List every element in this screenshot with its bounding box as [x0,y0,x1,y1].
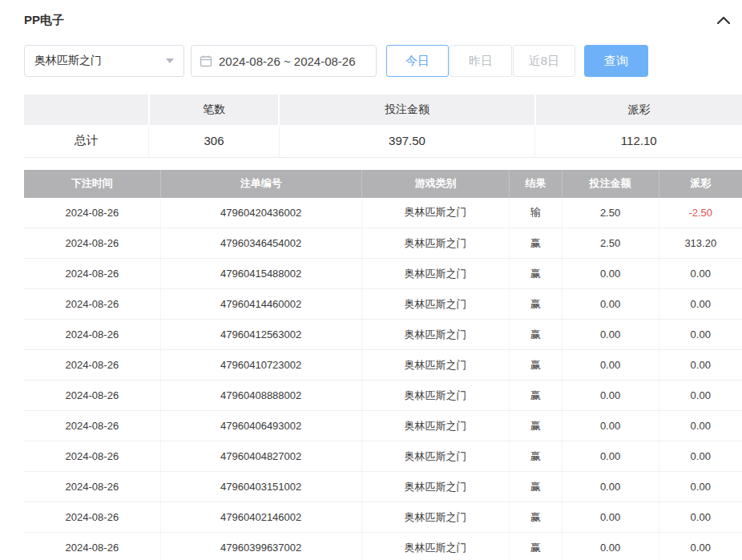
yesterday-button[interactable]: 昨日 [450,45,512,77]
header-payout: 派彩 [659,170,742,198]
cell-result: 赢 [510,411,562,441]
bets-header-row: 下注时间 注单编号 游戏类别 结果 投注金额 派彩 [24,170,742,198]
cell-bet-amount: 0.00 [562,533,659,560]
cell-result: 赢 [510,228,562,259]
cell-bet-time: 2024-08-26 [24,350,160,381]
cell-result: 赢 [510,320,562,350]
cell-bet-amount: 0.00 [562,411,659,441]
cell-bet-id: 47960402146002 [160,502,361,533]
summary-header-row: 笔数 投注金额 派彩 [24,95,742,125]
cell-payout: 0.00 [659,350,742,381]
table-row: 2024-08-2647960406493002奥林匹斯之门赢0.000.00 [24,411,742,441]
cell-bet-amount: 0.00 [562,289,659,320]
cell-bet-time: 2024-08-26 [24,198,160,228]
cell-result: 赢 [510,289,562,320]
cell-game-category: 奥林匹斯之门 [361,472,510,502]
header-bet-id: 注单编号 [160,170,361,198]
cell-bet-amount: 0.00 [562,472,659,502]
summary-total-row: 总计 306 397.50 112.10 [24,125,742,157]
cell-game-category: 奥林匹斯之门 [361,228,510,259]
summary-table: 笔数 投注金额 派彩 总计 306 397.50 112.10 [24,95,742,158]
cell-game-category: 奥林匹斯之门 [361,381,510,411]
cell-bet-id: 47960406493002 [160,411,361,441]
cell-game-category: 奥林匹斯之门 [361,502,510,533]
last-8-days-button[interactable]: 近8日 [513,45,575,77]
filter-bar: 奥林匹斯之门 2024-08-26 ~ 2024-08-26 今日 昨日 近8日… [24,45,742,77]
table-row: 2024-08-2647960410723002奥林匹斯之门赢0.000.00 [24,350,742,381]
cell-result: 赢 [510,533,562,560]
summary-header-blank [24,95,149,125]
table-row: 2024-08-2647960420436002奥林匹斯之门输2.50-2.50 [24,198,742,228]
summary-total-label: 总计 [24,125,149,157]
date-range-picker[interactable]: 2024-08-26 ~ 2024-08-26 [191,45,377,77]
date-range-value: 2024-08-26 ~ 2024-08-26 [219,54,356,68]
cell-game-category: 奥林匹斯之门 [361,289,510,320]
cell-bet-id: 47960415488002 [160,259,361,289]
bets-table: 下注时间 注单编号 游戏类别 结果 投注金额 派彩 2024-08-264796… [24,170,742,560]
calendar-icon [200,54,212,67]
cell-bet-id: 47960408888002 [160,381,361,411]
cell-bet-amount: 0.00 [562,320,659,350]
cell-bet-time: 2024-08-26 [24,289,160,320]
header-bet-time: 下注时间 [24,170,160,198]
cell-game-category: 奥林匹斯之门 [361,441,510,472]
panel-header: PP电子 [24,11,742,29]
cell-bet-time: 2024-08-26 [24,472,160,502]
cell-result: 赢 [510,502,562,533]
cell-bet-time: 2024-08-26 [24,228,160,259]
cell-game-category: 奥林匹斯之门 [361,320,510,350]
summary-header-count: 笔数 [149,95,279,125]
game-select-value: 奥林匹斯之门 [34,54,102,68]
cell-bet-time: 2024-08-26 [24,381,160,411]
cell-payout: 0.00 [659,533,742,560]
query-button[interactable]: 查询 [584,45,648,77]
page-title: PP电子 [24,13,64,28]
cell-bet-time: 2024-08-26 [24,533,160,560]
summary-total-bet-amount: 397.50 [279,125,535,157]
cell-bet-time: 2024-08-26 [24,411,160,441]
cell-payout: -2.50 [659,198,742,228]
cell-result: 赢 [510,472,562,502]
cell-bet-amount: 0.00 [562,350,659,381]
header-result: 结果 [510,170,562,198]
today-button[interactable]: 今日 [386,45,449,77]
summary-total-payout: 112.10 [535,125,742,157]
game-select[interactable]: 奥林匹斯之门 [24,45,184,77]
cell-game-category: 奥林匹斯之门 [361,259,510,289]
cell-bet-id: 47960346454002 [160,228,361,259]
cell-bet-amount: 0.00 [562,441,659,472]
cell-game-category: 奥林匹斯之门 [361,411,510,441]
table-row: 2024-08-2647960346454002奥林匹斯之门赢2.50313.2… [24,228,742,259]
bet-table-body: 2024-08-2647960420436002奥林匹斯之门输2.50-2.50… [24,198,742,560]
chevron-up-icon[interactable] [715,11,732,29]
table-row: 2024-08-2647960404827002奥林匹斯之门赢0.000.00 [24,441,742,472]
cell-bet-id: 47960404827002 [160,441,361,472]
cell-bet-amount: 2.50 [562,198,659,228]
table-row: 2024-08-2647960403151002奥林匹斯之门赢0.000.00 [24,472,742,502]
cell-payout: 0.00 [659,502,742,533]
summary-total-count: 306 [149,125,279,157]
table-row: 2024-08-2647960415488002奥林匹斯之门赢0.000.00 [24,259,742,289]
cell-result: 输 [510,198,562,228]
cell-bet-amount: 0.00 [562,259,659,289]
cell-bet-time: 2024-08-26 [24,320,160,350]
cell-bet-id: 47960399637002 [160,533,361,560]
cell-result: 赢 [510,381,562,411]
cell-game-category: 奥林匹斯之门 [361,350,510,381]
cell-payout: 313.20 [659,228,742,259]
table-row: 2024-08-2647960408888002奥林匹斯之门赢0.000.00 [24,381,742,411]
cell-payout: 0.00 [659,472,742,502]
cell-payout: 0.00 [659,441,742,472]
header-bet-amount: 投注金额 [562,170,659,198]
cell-bet-id: 47960412563002 [160,320,361,350]
cell-bet-time: 2024-08-26 [24,441,160,472]
cell-bet-id: 47960414460002 [160,289,361,320]
cell-result: 赢 [510,441,562,472]
cell-game-category: 奥林匹斯之门 [361,198,510,228]
cell-payout: 0.00 [659,381,742,411]
cell-result: 赢 [510,259,562,289]
pp-electronic-panel: PP电子 奥林匹斯之门 2024-08-26 ~ 2024-08-26 今日 昨… [0,0,742,560]
cell-bet-amount: 2.50 [562,228,659,259]
cell-bet-id: 47960403151002 [160,472,361,502]
cell-game-category: 奥林匹斯之门 [361,533,510,560]
